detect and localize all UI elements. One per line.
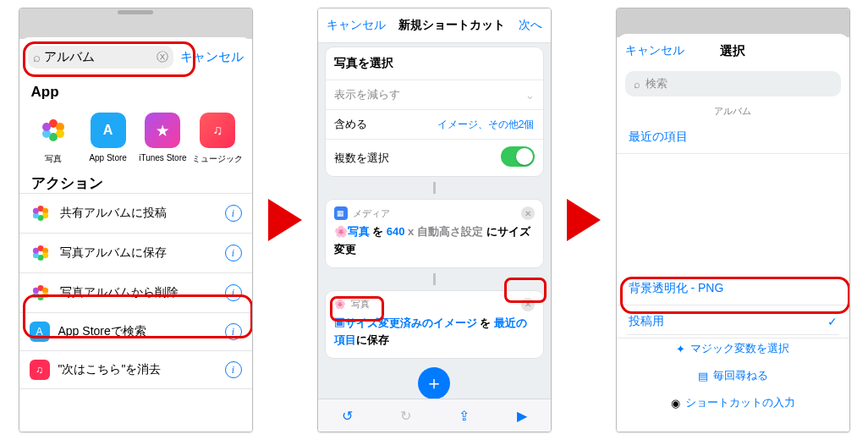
picker-sheet: キャンセル 選択 ⌕検索 アルバム 最近の項目 背景透明化 - PNG 投稿用✓… — [617, 34, 849, 432]
list-label: "次はこちら"を消去 — [58, 362, 217, 377]
itunes-icon: ★ — [145, 113, 180, 148]
screen-3: キャンセル 選択 ⌕検索 アルバム 最近の項目 背景透明化 - PNG 投稿用✓… — [616, 8, 850, 432]
action-title: 写真を選択 — [326, 47, 543, 80]
cancel-button[interactable]: キャンセル — [327, 18, 386, 33]
info-icon[interactable]: i — [225, 284, 242, 301]
row-multi: 複数を選択 — [326, 139, 543, 176]
cancel-button[interactable]: キャンセル — [180, 49, 244, 65]
add-action-button[interactable]: ＋ — [418, 367, 450, 399]
photos-icon — [32, 206, 47, 221]
flow-connector — [433, 273, 436, 285]
cancel-button[interactable]: キャンセル — [625, 43, 684, 58]
music-icon: ♫ — [200, 113, 235, 148]
nav-title: 選択 — [720, 43, 745, 59]
status-bar-dim — [19, 8, 252, 39]
list-item[interactable]: A App Storeで検索 i — [19, 313, 252, 351]
action-resize: ▦メディア✕ 🌸写真 を 640 x 自動高さ設定 にサイズ変更 — [325, 199, 544, 268]
app-label: ミュージック — [192, 153, 243, 165]
media-icon: ▦ — [334, 206, 348, 220]
screen-1: ⌕ アルバム ⓧ キャンセル App 写真 A App Store ★ i — [19, 8, 253, 432]
play-icon[interactable]: ▶ — [517, 408, 527, 424]
clear-icon[interactable]: ⓧ — [157, 50, 168, 65]
opt-magic[interactable]: ✦マジック変数を選択 — [617, 335, 849, 362]
action-select-photos: 写真を選択 表示を減らす⌄ 含めるイメージ、その他2個 複数を選択 — [325, 47, 544, 177]
app-label: App Store — [89, 153, 126, 162]
info-icon[interactable]: i — [225, 323, 242, 340]
next-button[interactable]: 次へ — [519, 18, 542, 33]
opt-ask[interactable]: ▤毎回尋ねる — [617, 362, 849, 389]
section-action: アクション — [19, 170, 252, 193]
close-icon[interactable]: ✕ — [521, 298, 535, 311]
search-value: アルバム — [44, 49, 153, 65]
photos-icon — [42, 119, 64, 141]
search-input[interactable]: ⌕検索 — [625, 71, 841, 96]
footer-options: ✦マジック変数を選択 ▤毎回尋ねる ◉ショートカットの入力 — [617, 331, 849, 432]
bottom-toolbar: ↺ ↻ ⇪ ▶ — [318, 399, 551, 432]
nav-bar: キャンセル 新規ショートカット 次へ — [318, 8, 551, 43]
list-item[interactable]: 最近の項目 — [617, 121, 849, 154]
sheet-grabber — [118, 10, 153, 14]
search-icon: ⌕ — [33, 50, 41, 64]
list-label: App Storeで検索 — [58, 324, 217, 339]
list-label: 共有アルバムに投稿 — [60, 206, 217, 221]
search-row: ⌕ アルバム ⓧ キャンセル — [19, 37, 252, 75]
search-sheet: ⌕ アルバム ⓧ キャンセル App 写真 A App Store ★ i — [19, 37, 252, 432]
wand-icon: ✦ — [676, 343, 685, 355]
list-item[interactable]: 背景透明化 - PNG — [617, 272, 849, 305]
chevron-down-icon: ⌄ — [525, 89, 535, 102]
photos-icon — [32, 245, 47, 261]
action-save-album: 🌸写真✕ ▣サイズ変更済みのイメージ を 最近の項目に保存 — [325, 290, 544, 360]
appstore-icon: A — [30, 322, 50, 342]
section-app: App — [19, 75, 252, 101]
toggle-on[interactable] — [501, 146, 535, 167]
dot-icon: ◉ — [671, 397, 680, 410]
nav-bar: キャンセル 選択 — [617, 34, 849, 68]
list-label: 写真アルバムから削除 — [60, 285, 217, 300]
app-appstore[interactable]: A App Store — [83, 113, 134, 165]
svg-marker-0 — [268, 199, 302, 241]
flow-connector — [433, 182, 436, 194]
list-item[interactable]: ♫ "次はこちら"を消去 i — [19, 351, 252, 389]
app-label: 写真 — [45, 153, 62, 165]
apps-row: 写真 A App Store ★ iTunes Store ♫ ミュージック — [19, 101, 252, 170]
section-albums: アルバム — [617, 100, 849, 121]
undo-icon[interactable]: ↺ — [342, 408, 353, 424]
arrow-icon — [268, 199, 302, 241]
row-include[interactable]: 含めるイメージ、その他2個 — [326, 109, 543, 139]
app-photos[interactable]: 写真 — [28, 113, 79, 165]
photos-icon — [32, 285, 47, 300]
app-itunes[interactable]: ★ iTunes Store — [137, 113, 188, 165]
info-icon[interactable]: i — [225, 361, 242, 378]
list-item[interactable]: 共有アルバムに投稿 i — [19, 194, 252, 234]
music-icon: ♫ — [30, 360, 50, 380]
tutorial-figure: ⌕ アルバム ⓧ キャンセル App 写真 A App Store ★ i — [0, 0, 868, 440]
check-icon: ✓ — [827, 315, 838, 328]
app-label: iTunes Store — [139, 153, 186, 162]
list-item[interactable]: 写真アルバムから削除 i — [19, 273, 252, 313]
info-icon[interactable]: i — [225, 205, 242, 222]
chat-icon: ▤ — [698, 370, 708, 382]
redo-icon: ↻ — [400, 408, 411, 424]
row-hide[interactable]: 表示を減らす⌄ — [326, 80, 543, 109]
search-input[interactable]: ⌕ アルバム ⓧ — [28, 46, 173, 69]
arrow-icon — [567, 199, 601, 241]
opt-input[interactable]: ◉ショートカットの入力 — [617, 389, 849, 416]
app-music[interactable]: ♫ ミュージック — [192, 113, 243, 165]
search-icon: ⌕ — [634, 78, 640, 91]
close-icon[interactable]: ✕ — [521, 206, 535, 220]
screen-2: キャンセル 新規ショートカット 次へ 写真を選択 表示を減らす⌄ 含めるイメージ… — [317, 8, 552, 432]
nav-title: 新規ショートカット — [398, 18, 505, 33]
svg-marker-1 — [567, 199, 601, 241]
share-icon[interactable]: ⇪ — [459, 408, 470, 424]
status-bar-dim — [617, 8, 849, 37]
action-list: 共有アルバムに投稿 i 写真アルバムに保存 i 写真アルバムから削除 i A A… — [19, 193, 252, 389]
list-label: 写真アルバムに保存 — [60, 245, 217, 261]
appstore-icon: A — [91, 113, 126, 148]
list-item[interactable]: 写真アルバムに保存 i — [19, 234, 252, 273]
info-icon[interactable]: i — [225, 245, 242, 261]
